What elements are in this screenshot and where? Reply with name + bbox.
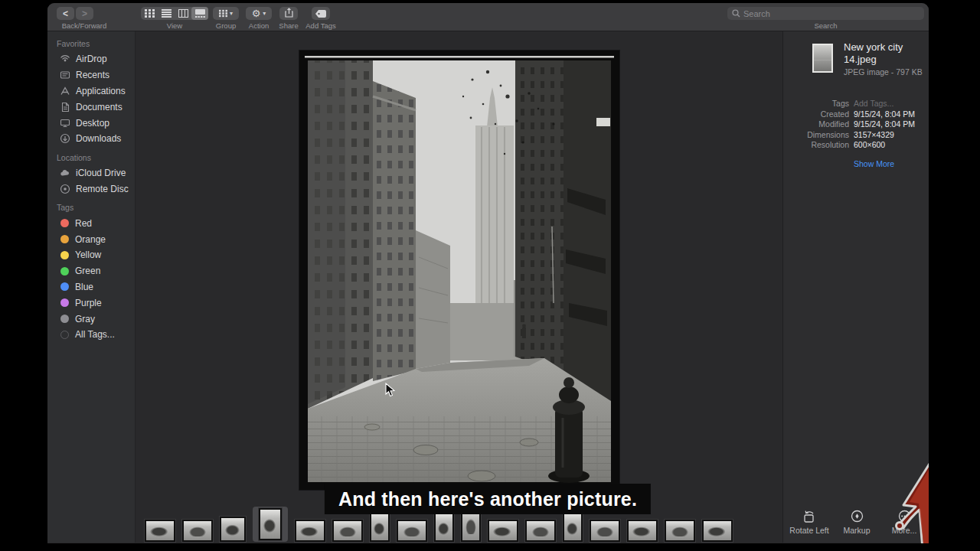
sidebar-item-label: AirDrop xyxy=(76,54,107,64)
thumbnail[interactable] xyxy=(397,520,427,542)
sidebar-item-applications[interactable]: Applications xyxy=(55,83,135,99)
thumbnail[interactable] xyxy=(627,520,658,542)
file-preview-thumbnail[interactable] xyxy=(812,44,833,73)
all-tags-dot xyxy=(60,331,69,339)
sidebar-item-label: Recents xyxy=(76,70,109,80)
gallery-view-button[interactable] xyxy=(191,7,208,20)
file-kind: JPEG image - 797 KB xyxy=(844,67,923,77)
thumbnail[interactable] xyxy=(182,520,213,542)
sidebar-item-downloads[interactable]: Downloads xyxy=(55,131,135,147)
action-button[interactable]: ⚙ ▾ xyxy=(246,7,272,20)
metadata-rows: Tags Add Tags... Created 9/15/24, 8:04 P… xyxy=(783,99,929,151)
tag-icon xyxy=(315,7,326,21)
sidebar-item-label: Applications xyxy=(76,86,126,96)
show-more-link[interactable]: Show More xyxy=(854,159,894,168)
sidebar-item-label: Remote Disc xyxy=(76,184,129,194)
markup-button[interactable]: Markup xyxy=(833,510,880,535)
sidebar-section-tags: Tags xyxy=(57,203,135,212)
sidebar-item-icloud-drive[interactable]: iCloud Drive xyxy=(55,165,135,181)
add-tags-button[interactable] xyxy=(312,7,330,20)
mouse-cursor xyxy=(385,383,395,400)
markup-icon xyxy=(833,510,880,523)
sidebar-item-label: Documents xyxy=(76,102,122,112)
share-button[interactable] xyxy=(279,7,298,20)
tag-dot-purple xyxy=(60,298,69,307)
tag-dot-orange xyxy=(60,235,69,243)
rotate-left-button[interactable]: Rotate Left xyxy=(786,510,833,535)
sidebar-item-tag-purple[interactable]: Purple xyxy=(55,295,135,311)
sidebar-item-tag-red[interactable]: Red xyxy=(55,215,135,231)
metadata-row-dimensions: Dimensions 3157×4329 xyxy=(783,130,929,141)
sidebar-item-label: Blue xyxy=(75,282,93,292)
forward-button[interactable]: > xyxy=(76,7,93,20)
metadata-row-resolution: Resolution 600×600 xyxy=(783,140,929,151)
share-icon xyxy=(285,7,293,21)
sidebar-item-label: Desktop xyxy=(76,118,109,129)
sidebar-section-locations: Locations xyxy=(57,153,135,162)
screen: < > Back/Forward xyxy=(0,0,980,551)
preview-photo[interactable] xyxy=(299,51,619,490)
sidebar-item-airdrop[interactable]: AirDrop xyxy=(55,51,135,67)
sidebar-item-tag-yellow[interactable]: Yellow xyxy=(55,247,135,263)
documents-icon xyxy=(60,102,70,112)
sidebar-item-recents[interactable]: Recents xyxy=(55,67,135,83)
back-icon: < xyxy=(63,8,68,19)
thumbnail[interactable] xyxy=(332,520,363,542)
add-tags-field[interactable]: Add Tags... xyxy=(854,99,893,109)
letterbox-top xyxy=(0,0,980,3)
thumbnail[interactable] xyxy=(370,513,390,542)
sidebar-item-label: Red xyxy=(75,218,92,229)
sidebar-item-label: Yellow xyxy=(75,249,101,260)
sidebar-item-remote-disc[interactable]: Remote Disc xyxy=(55,181,135,197)
sidebar-item-all-tags[interactable]: All Tags... xyxy=(55,327,135,343)
search-icon xyxy=(732,7,740,21)
metadata-row-created: Created 9/15/24, 8:04 PM xyxy=(783,109,929,120)
rotate-left-icon xyxy=(786,510,833,523)
back-forward-label: Back/Forward xyxy=(47,21,121,30)
desktop-icon xyxy=(60,118,70,129)
view-label: View xyxy=(141,21,208,30)
letterbox-bottom xyxy=(0,543,980,551)
search-field[interactable] xyxy=(727,7,924,20)
downloads-icon xyxy=(60,133,70,144)
thumbnail[interactable] xyxy=(434,513,454,542)
thumbnail[interactable] xyxy=(525,520,556,542)
sidebar-item-tag-blue[interactable]: Blue xyxy=(55,279,135,295)
icon-view-button[interactable] xyxy=(141,7,158,20)
sidebar-item-label: Purple xyxy=(75,298,102,308)
sidebar-section-favorites: Favorites xyxy=(57,39,135,48)
thumbnail[interactable] xyxy=(702,520,733,542)
thumbnail-selected[interactable] xyxy=(259,508,282,540)
tag-dot-gray xyxy=(60,315,69,323)
thumbnail[interactable] xyxy=(145,520,175,542)
search-label: Search xyxy=(727,21,924,30)
chevron-down-icon: ▾ xyxy=(230,10,233,17)
list-view-button[interactable] xyxy=(158,7,175,20)
thumbnail[interactable] xyxy=(220,517,246,542)
airdrop-icon xyxy=(60,54,70,64)
group-button[interactable]: ▾ xyxy=(213,7,239,20)
sidebar-item-tag-gray[interactable]: Gray xyxy=(55,311,135,327)
thumbnail[interactable] xyxy=(590,520,620,542)
sidebar-item-tag-green[interactable]: Green xyxy=(55,263,135,279)
thumbnail[interactable] xyxy=(563,513,583,542)
sidebar-item-tag-orange[interactable]: Orange xyxy=(55,231,135,247)
gallery-view xyxy=(136,31,782,543)
sidebar-item-label: iCloud Drive xyxy=(76,168,126,178)
back-button[interactable]: < xyxy=(57,7,74,20)
sidebar-item-desktop[interactable]: Desktop xyxy=(55,115,135,131)
icloud-icon xyxy=(60,168,70,178)
subtitle-caption: And then here's another picture. xyxy=(325,484,651,514)
sidebar: Favorites AirDrop Recents xyxy=(47,31,136,543)
thumbnail[interactable] xyxy=(488,520,518,542)
tag-dot-red xyxy=(60,219,69,227)
sidebar-item-documents[interactable]: Documents xyxy=(55,99,135,115)
sidebar-item-label: Gray xyxy=(75,314,95,324)
add-tags-label: Add Tags xyxy=(296,21,345,30)
thumbnail[interactable] xyxy=(295,520,325,542)
column-view-button[interactable] xyxy=(175,7,191,20)
search-input[interactable] xyxy=(743,9,920,18)
finder-window: < > Back/Forward xyxy=(47,3,929,543)
grid-view-icon xyxy=(145,7,155,21)
thumbnail[interactable] xyxy=(665,520,695,542)
